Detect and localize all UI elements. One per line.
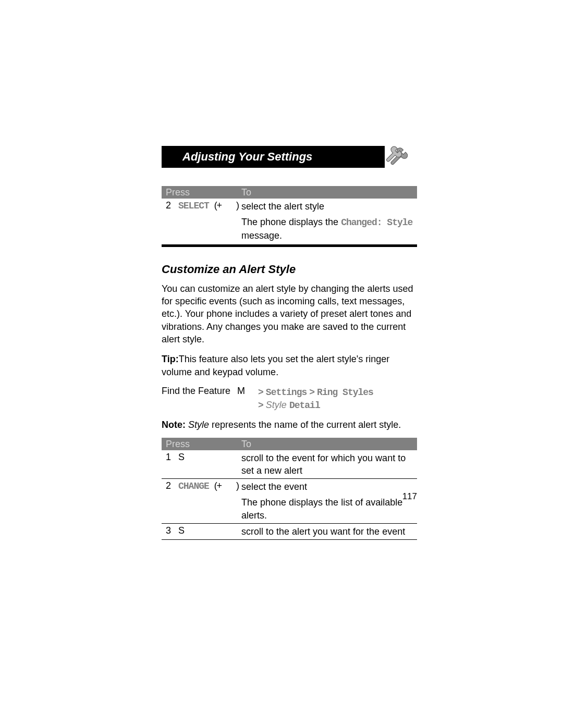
table2-r1-num: 1 [166,452,178,463]
table2-header-press: Press [166,439,241,450]
tip-label: Tip: [162,354,179,364]
page-header: Adjusting Your Settings [162,146,385,168]
change-key-label: CHANGE [178,481,209,491]
path-ring-styles: Ring Styles [317,387,373,398]
section-title: Customize an Alert Style [162,263,417,276]
table2-row3: 3 S scroll to the alert you want for the… [162,524,417,540]
table1-header-press: Press [166,187,241,198]
table2-row1: 1 S scroll to the event for which you wa… [162,450,417,479]
scroll-key-s1: S [178,452,184,462]
changed-style-label: Changed: Style [341,217,412,228]
table2-r2-key: CHANGE (+ ) [178,480,241,491]
table2-r2-d2: The phone displays the list of available… [241,496,413,522]
table1-header: Press To [162,186,417,199]
table2-r1-desc: scroll to the event for which you want t… [241,452,413,477]
scroll-key-s2: S [178,525,184,536]
table1-desc-2a: The phone displays the [241,217,341,227]
find-feature-label: Find the Feature [162,386,237,412]
table2-row2: 2 CHANGE (+ ) select the event The phone… [162,479,417,524]
table2-r2-d1: select the event [241,480,413,493]
feature-path-line2: > Style Detail [258,399,417,412]
note-text: represents the name of the current alert… [209,419,401,430]
table2-r3-desc: scroll to the alert you want for the eve… [241,525,413,538]
table1-row: 2 SELECT (+ ) select the alert style The… [162,199,417,243]
note-line: Note: Style represents the name of the c… [162,419,417,430]
table1-row-num: 2 [166,200,178,211]
table1-row-key: SELECT (+ ) [178,200,241,211]
path-style-italic: Style [266,400,287,410]
tip-text: This feature also lets you set the alert… [162,354,389,377]
tip-paragraph: Tip:This feature also lets you set the a… [162,353,417,378]
section-para1: You can customize an alert style by chan… [162,282,417,346]
path-detail: Detail [289,400,320,411]
table2-header-to: To [241,439,413,450]
table2-r3-key: S [178,525,241,536]
page-header-title: Adjusting Your Settings [182,150,312,163]
gt2: > [309,387,314,398]
note-style-italic: Style [188,419,209,430]
find-feature-row: Find the Feature M > Settings > Ring Sty… [162,386,417,412]
key2-paren-close: ) [236,480,239,491]
key-paren-open: (+ [214,200,222,211]
table2-r1-key: S [178,452,241,463]
table2-header: Press To [162,438,417,450]
feature-path: > Settings > Ring Styles > Style Detail [258,386,417,412]
table1-desc-line1: select the alert style [241,200,413,213]
key-paren-close: ) [236,200,239,211]
gt1: > [258,387,263,398]
key2-paren-open: (+ [214,480,222,491]
menu-key-m: M [237,386,258,412]
table1-desc-line2: The phone displays the Changed: Style me… [241,216,413,242]
path-settings: Settings [266,387,307,398]
table1-row-desc: select the alert style The phone display… [241,200,413,242]
table2-r2-desc: select the event The phone displays the … [241,480,413,522]
select-key-label: SELECT [178,201,209,211]
table1-header-to: To [241,187,413,198]
feature-path-line1: > Settings > Ring Styles [258,386,417,399]
note-label: Note: [162,419,186,430]
gt3: > [258,400,263,411]
table2-r2-num: 2 [166,480,178,491]
page-number: 117 [402,491,417,502]
wrench-icon [384,144,412,172]
table1-desc-2c: message. [241,230,282,241]
table2-r3-num: 3 [166,525,178,536]
